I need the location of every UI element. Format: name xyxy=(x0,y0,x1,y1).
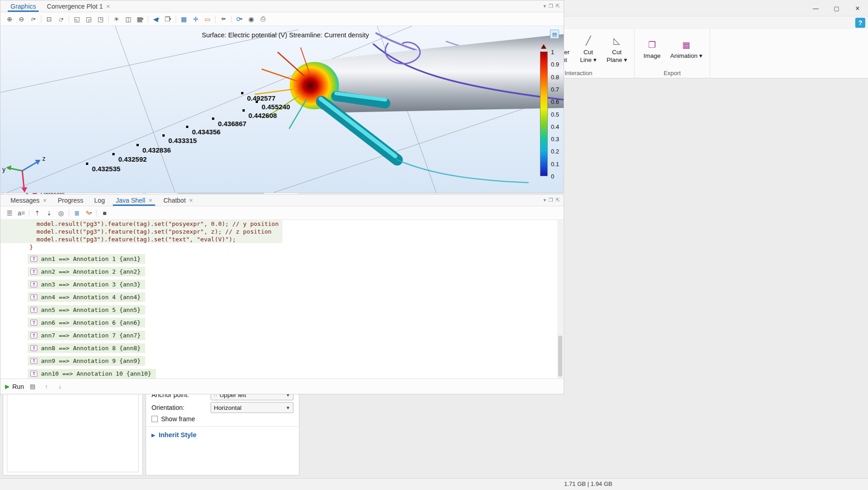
select-menu-icon[interactable]: ⌖▾ xyxy=(218,15,229,24)
zoom-out-icon[interactable]: ⊖ xyxy=(16,15,27,24)
annotation-icon: T xyxy=(30,256,37,262)
animation-icon: ▦ xyxy=(679,38,693,51)
update-plot-icon[interactable]: ⟳▾ xyxy=(234,15,245,24)
show-axes-icon[interactable]: ✛ xyxy=(190,15,201,24)
section-inherit-style[interactable]: ▶Inherit Style xyxy=(151,431,293,439)
collapse-sections-icon[interactable]: ⇣ xyxy=(44,209,55,218)
float-panel-icon[interactable]: ❐ xyxy=(549,197,553,203)
tab-messages[interactable]: Messages✕ xyxy=(5,195,52,206)
zoom-extents-icon[interactable]: ⊡ xyxy=(44,15,55,24)
pin-panel-icon[interactable]: ⇱ xyxy=(556,3,560,9)
history-up-icon[interactable]: ↑ xyxy=(41,382,51,391)
orientation-label: Orientation: xyxy=(151,404,208,411)
show-frame-checkbox[interactable]: Show frame xyxy=(151,415,293,423)
show-last-icon[interactable]: ◎ xyxy=(56,209,66,218)
panel-menu-icon[interactable]: ▾ xyxy=(543,197,546,203)
scrollbar-thumb[interactable] xyxy=(558,336,562,377)
animation-button[interactable]: ▦Animation ▾ xyxy=(667,36,705,62)
mouse-mode-icon[interactable]: ◀▾ xyxy=(151,15,161,24)
pin-panel-icon[interactable]: ⇱ xyxy=(556,197,560,203)
help-button[interactable]: ? xyxy=(855,18,865,28)
color-legend-tick: 0.3 xyxy=(551,136,564,143)
close-tab-icon[interactable]: ✕ xyxy=(189,198,193,204)
shell-format-icon[interactable]: ☰ xyxy=(4,209,15,218)
z-axis-label: z xyxy=(42,155,45,162)
console-tab-row: Messages✕ProgressLogJava Shell✕Chatbot✕ … xyxy=(0,194,564,206)
annotation-icon: T xyxy=(30,307,37,313)
dropdown-caret-icon: ▾ xyxy=(34,17,35,21)
clear-shell-icon[interactable]: ✎▾ xyxy=(83,209,94,218)
tab-chatbot[interactable]: Chatbot✕ xyxy=(158,195,198,206)
shell-result-text: ann3 ==> Annotation 3 {ann3} xyxy=(41,281,141,288)
toolbar-separator xyxy=(96,209,97,217)
cut-plane-button[interactable]: ◺Cut Plane ▾ xyxy=(604,33,630,66)
shell-result-6: Tann6 ==> Annotation 6 {ann6} xyxy=(28,318,145,327)
toolbar-separator xyxy=(215,15,216,23)
wireframe-icon[interactable]: ▦▾ xyxy=(135,15,146,24)
color-legend xyxy=(540,51,548,176)
toolbar-separator xyxy=(176,15,176,23)
ribbon-group-export: ❐Image▦Animation ▾Export xyxy=(635,29,710,78)
close-tab-icon[interactable]: ✕ xyxy=(106,4,110,10)
history-down-icon[interactable]: ↓ xyxy=(55,382,65,391)
graphics-tabs: GraphicsConvergence Plot 1✕ xyxy=(5,1,116,12)
go-to-xy-view-icon[interactable]: ◱ xyxy=(71,15,82,24)
color-legend-tick: 0.2 xyxy=(551,148,564,155)
tab-label: Chatbot xyxy=(163,197,186,204)
scene-light-icon[interactable]: ☀ xyxy=(111,15,122,24)
annotation-icon: T xyxy=(30,320,37,326)
cut-line-button[interactable]: ╱Cut Line ▾ xyxy=(575,33,601,66)
image-button[interactable]: ❐Image xyxy=(639,36,665,62)
plot-annotation-6: 0.433315 xyxy=(168,137,197,144)
panel-menu-icon[interactable]: ▾ xyxy=(543,3,546,9)
transparency-toggle-icon[interactable]: ◫ xyxy=(123,15,134,24)
close-button[interactable]: ✕ xyxy=(847,0,868,16)
window-settings-icon[interactable]: ❐▾ xyxy=(162,15,173,24)
graphics-panel-icons: ▾ ❐ ⇱ xyxy=(543,3,560,9)
plot-annotation-1: 0.492577 xyxy=(247,94,276,102)
shell-code-line: } xyxy=(0,243,564,251)
console-mode-icon[interactable]: ▤ xyxy=(28,382,38,391)
console-scrollbar[interactable] xyxy=(557,220,563,378)
window-controls: —▢✕ xyxy=(805,0,868,16)
go-to-default-view-icon[interactable]: ⌂▾ xyxy=(56,15,66,24)
ruler-icon[interactable]: ▭ xyxy=(202,15,213,24)
shell-result-row: Tann8 ==> Annotation 8 {ann8} xyxy=(0,340,564,353)
minimize-button[interactable]: — xyxy=(805,0,826,16)
plot-annotation-2: 0.455240 xyxy=(262,103,290,111)
tab-convergence-plot-1[interactable]: Convergence Plot 1✕ xyxy=(41,1,116,12)
graphics-canvas[interactable]: y z x Surface: Electric potential (V) St… xyxy=(0,26,564,193)
plot-annotation-9: 0.432535 xyxy=(92,165,121,173)
shell-result-text: ann4 ==> Annotation 4 {ann4} xyxy=(41,294,141,301)
go-to-yz-view-icon[interactable]: ◲ xyxy=(83,15,94,24)
graphics-toolbar: ⊕⊖⌕▾⊡⌂▾◱◲◳☀◫▦▾◀▾❐▾▦✛▭⌖▾⟳▾◉⎙ xyxy=(0,12,564,26)
snapshot-icon[interactable]: ◉ xyxy=(246,15,257,24)
close-tab-icon[interactable]: ✕ xyxy=(148,198,152,204)
maximize-button[interactable]: ▢ xyxy=(826,0,847,16)
close-tab-icon[interactable]: ✕ xyxy=(43,198,47,204)
tab-log[interactable]: Log xyxy=(89,195,110,206)
line-numbers-icon[interactable]: ≣ xyxy=(71,209,82,218)
run-button[interactable]: ▶ Run xyxy=(5,383,24,390)
print-icon[interactable]: ⎙ xyxy=(257,15,268,24)
tab-label: Java Shell xyxy=(116,197,145,204)
show-grid-icon[interactable]: ▦ xyxy=(178,15,189,24)
show-variables-icon[interactable]: a= xyxy=(16,209,27,218)
zoom-box-icon[interactable]: ⌕▾ xyxy=(28,15,39,24)
status-bar: 1.71 GB | 1.94 GB xyxy=(0,478,868,490)
graphics-context-icon[interactable]: ▤ xyxy=(550,30,559,39)
orientation-select[interactable]: Horizontal▼ xyxy=(211,402,293,413)
float-panel-icon[interactable]: ❐ xyxy=(549,3,553,9)
shell-result-7: Tann7 ==> Annotation 7 {ann7} xyxy=(28,331,145,340)
expand-sections-icon[interactable]: ⇡ xyxy=(32,209,43,218)
tab-progress[interactable]: Progress xyxy=(52,195,89,206)
shell-result-9: Tann9 ==> Annotation 9 {ann9} xyxy=(28,356,145,366)
plot-annotation-8: 0.432592 xyxy=(118,155,147,163)
tab-java-shell[interactable]: Java Shell✕ xyxy=(110,195,158,206)
colorbar-max-arrow xyxy=(541,44,546,49)
memory-usage: 1.71 GB | 1.94 GB xyxy=(564,480,612,487)
java-shell-output[interactable]: model.result("pg3").feature(tag).set("po… xyxy=(0,220,564,378)
go-to-zx-view-icon[interactable]: ◳ xyxy=(95,15,106,24)
tab-graphics[interactable]: Graphics xyxy=(5,1,41,12)
zoom-in-icon[interactable]: ⊕ xyxy=(4,15,15,24)
